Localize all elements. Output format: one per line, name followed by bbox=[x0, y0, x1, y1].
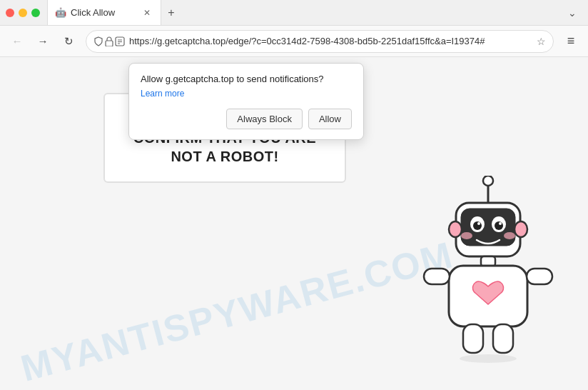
allow-button[interactable]: Allow bbox=[308, 109, 352, 129]
url-text: https://g.getcaptcha.top/edge/?c=0cc314d… bbox=[129, 36, 532, 46]
notification-popup: Allow g.getcaptcha.top to send notificat… bbox=[128, 63, 364, 140]
svg-rect-24 bbox=[493, 324, 513, 353]
forward-button[interactable]: → bbox=[31, 30, 54, 53]
browser-menu-button[interactable]: ≡ bbox=[559, 30, 582, 53]
traffic-lights bbox=[6, 9, 40, 17]
active-tab[interactable]: 🤖 Click Allow ✕ bbox=[47, 0, 161, 25]
watermark-text: MYANTISPYWARE.COM bbox=[16, 233, 458, 390]
tab-favicon-icon: 🤖 bbox=[55, 7, 66, 19]
svg-point-13 bbox=[477, 222, 480, 225]
svg-point-16 bbox=[504, 232, 515, 239]
shield-icon bbox=[93, 36, 103, 46]
svg-rect-8 bbox=[461, 209, 515, 246]
maximize-dot[interactable] bbox=[31, 9, 40, 17]
robot-illustration bbox=[410, 176, 567, 376]
svg-point-14 bbox=[499, 222, 502, 225]
titlebar-right-controls: ⌄ bbox=[562, 3, 582, 23]
page-content: Allow g.getcaptcha.top to send notificat… bbox=[0, 57, 588, 390]
svg-point-20 bbox=[514, 221, 527, 237]
always-block-button[interactable]: Always Block bbox=[226, 109, 303, 129]
reload-button[interactable]: ↻ bbox=[57, 30, 80, 53]
close-dot[interactable] bbox=[6, 9, 14, 17]
svg-point-15 bbox=[461, 232, 472, 239]
security-icons bbox=[93, 36, 125, 46]
svg-point-11 bbox=[473, 221, 482, 230]
notification-question: Allow g.getcaptcha.top to send notificat… bbox=[141, 74, 352, 84]
bookmark-star-icon[interactable]: ☆ bbox=[537, 36, 546, 47]
svg-point-6 bbox=[483, 176, 493, 186]
page-info-icon bbox=[115, 36, 125, 46]
tab-title: Click Allow bbox=[71, 7, 115, 18]
tab-bar: 🤖 Click Allow ✕ + bbox=[47, 0, 558, 25]
chevron-down-button[interactable]: ⌄ bbox=[562, 3, 582, 23]
address-bar[interactable]: https://g.getcaptcha.top/edge/?c=0cc314d… bbox=[86, 30, 554, 53]
lock-icon bbox=[105, 36, 113, 46]
svg-rect-0 bbox=[106, 41, 113, 46]
svg-point-25 bbox=[460, 354, 517, 363]
back-button[interactable]: ← bbox=[6, 30, 29, 53]
svg-point-12 bbox=[495, 221, 503, 230]
learn-more-link[interactable]: Learn more bbox=[141, 89, 352, 99]
svg-rect-21 bbox=[424, 269, 450, 284]
notification-buttons: Always Block Allow bbox=[141, 109, 352, 129]
navbar: ← → ↻ https://g.getcaptcha.top/edge/?c=0… bbox=[0, 26, 588, 57]
svg-rect-22 bbox=[527, 269, 552, 284]
minimize-dot[interactable] bbox=[19, 9, 27, 17]
titlebar: 🤖 Click Allow ✕ + ⌄ bbox=[0, 0, 588, 26]
svg-point-19 bbox=[449, 221, 462, 237]
new-tab-button[interactable]: + bbox=[161, 3, 181, 23]
tab-close-button[interactable]: ✕ bbox=[141, 6, 153, 19]
robot-svg bbox=[410, 176, 567, 376]
svg-rect-23 bbox=[463, 324, 483, 353]
